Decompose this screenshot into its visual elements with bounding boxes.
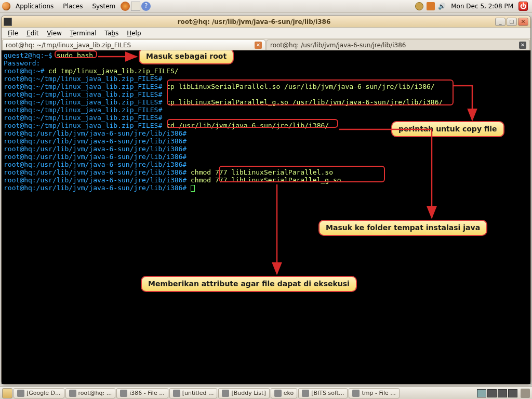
terminal-line: root@hq:/usr/lib/jvm/java-6-sun/jre/lib/… bbox=[4, 145, 528, 153]
app-icon bbox=[222, 390, 229, 397]
arrow-sudo bbox=[97, 54, 141, 62]
taskbar-label: [Google D... bbox=[26, 390, 61, 396]
taskbar-label: [BITS soft... bbox=[311, 390, 344, 396]
tab-close-icon[interactable]: ✕ bbox=[519, 42, 526, 49]
tab-active[interactable]: root@hq: ~/tmp/linux_java_lib.zip_FILES … bbox=[2, 39, 265, 50]
gnome-bottom-panel: [Google D...root@hq: ...i386 - File ...[… bbox=[0, 387, 532, 399]
evolution-launcher-icon[interactable] bbox=[131, 2, 140, 11]
menu-help[interactable]: Help bbox=[124, 29, 144, 38]
show-desktop-button[interactable] bbox=[2, 388, 12, 398]
workspace-3[interactable] bbox=[498, 389, 507, 397]
system-menu[interactable]: System bbox=[88, 2, 119, 11]
menu-view[interactable]: View bbox=[44, 29, 64, 38]
app-icon bbox=[69, 390, 76, 397]
terminal-window: root@hq: /usr/lib/jvm/java-6-sun/jre/lib… bbox=[1, 16, 531, 384]
taskbar-window-button[interactable]: tmp - File ... bbox=[349, 388, 399, 398]
taskbar-window-button[interactable]: [Google D... bbox=[14, 388, 64, 398]
terminal-line: Password: bbox=[4, 59, 528, 67]
firefox-launcher-icon[interactable] bbox=[121, 2, 130, 11]
menubar: File Edit View Terminal Tabs Help bbox=[2, 28, 530, 39]
clock[interactable]: Mon Dec 5, 2:08 PM bbox=[449, 3, 515, 10]
app-icon bbox=[17, 390, 24, 397]
ubuntu-logo-icon bbox=[2, 2, 10, 10]
callout-chmod: Memberikan attribute agar file dapat di … bbox=[141, 276, 357, 292]
tab-label: root@hq: ~/tmp/linux_java_lib.zip_FILES bbox=[6, 42, 131, 49]
callout-sudo: Masuk sebagai root bbox=[139, 50, 234, 64]
terminal-content[interactable]: guest2@hq:~$ sudo bashPassword:root@hq:~… bbox=[2, 50, 530, 384]
menu-tabs[interactable]: Tabs bbox=[102, 29, 122, 38]
workspace-switcher[interactable] bbox=[477, 389, 517, 397]
terminal-line: root@hq:/usr/lib/jvm/java-6-sun/jre/lib/… bbox=[4, 137, 528, 145]
arrow-chmod bbox=[272, 183, 287, 278]
tab-label: root@hq: /usr/lib/jvm/java-6-sun/jre/lib… bbox=[270, 42, 406, 49]
terminal-cursor bbox=[191, 185, 195, 192]
update-notifier-icon[interactable] bbox=[427, 2, 435, 10]
taskbar-label: i386 - File ... bbox=[129, 390, 164, 396]
menu-terminal[interactable]: Terminal bbox=[67, 29, 100, 38]
window-titlebar[interactable]: root@hq: /usr/lib/jvm/java-6-sun/jre/lib… bbox=[2, 16, 530, 28]
arrow-cd-java bbox=[338, 128, 442, 223]
taskbar-window-button[interactable]: eko bbox=[271, 388, 297, 398]
help-launcher-icon[interactable]: ? bbox=[141, 2, 151, 11]
workspace-2[interactable] bbox=[487, 389, 497, 397]
minimize-button[interactable]: _ bbox=[495, 18, 506, 26]
highlight-cp bbox=[167, 79, 454, 105]
taskbar-window-button[interactable]: i386 - File ... bbox=[116, 388, 168, 398]
taskbar-window-button[interactable]: [untitled ... bbox=[169, 388, 218, 398]
app-icon bbox=[352, 390, 360, 397]
terminal-line: root@hq:/usr/lib/jvm/java-6-sun/jre/lib/… bbox=[4, 184, 528, 192]
terminal-line: root@hq:~/tmp/linux_java_lib.zip_FILES# bbox=[4, 106, 528, 114]
volume-icon[interactable] bbox=[438, 3, 446, 10]
menu-edit[interactable]: Edit bbox=[23, 29, 42, 38]
user-switcher-icon[interactable] bbox=[415, 2, 423, 10]
highlight-sudo bbox=[55, 50, 97, 58]
terminal-icon bbox=[4, 18, 12, 26]
applications-menu[interactable]: Applications bbox=[11, 2, 58, 11]
trash-icon[interactable] bbox=[521, 389, 530, 398]
tab-close-icon[interactable]: ✕ bbox=[255, 42, 262, 49]
taskbar-window-button[interactable]: [Buddy List] bbox=[218, 388, 269, 398]
taskbar-window-button[interactable]: [BITS soft... bbox=[298, 388, 348, 398]
shutdown-button[interactable]: ⏻ bbox=[518, 2, 528, 11]
workspace-1[interactable] bbox=[477, 389, 486, 397]
app-icon bbox=[173, 390, 180, 397]
taskbar-label: [untitled ... bbox=[182, 390, 214, 396]
maximize-button[interactable]: ▢ bbox=[507, 18, 517, 26]
window-title: root@hq: /usr/lib/jvm/java-6-sun/jre/lib… bbox=[14, 18, 494, 25]
app-icon bbox=[302, 390, 309, 397]
tab-inactive[interactable]: root@hq: /usr/lib/jvm/java-6-sun/jre/lib… bbox=[267, 39, 530, 50]
menu-file[interactable]: File bbox=[5, 29, 21, 38]
taskbar-label: [Buddy List] bbox=[231, 390, 265, 396]
taskbar-label: eko bbox=[284, 390, 294, 396]
arrow-copy bbox=[453, 85, 484, 125]
gnome-top-panel: Applications Places System ? Mon Dec 5, … bbox=[0, 0, 532, 12]
terminal-line: root@hq:~# cd tmp/linux_java_lib.zip_FIL… bbox=[4, 67, 528, 75]
terminal-line: root@hq:/usr/lib/jvm/java-6-sun/jre/lib/… bbox=[4, 153, 528, 161]
close-button[interactable]: ✕ bbox=[518, 18, 528, 26]
places-menu[interactable]: Places bbox=[59, 2, 87, 11]
taskbar-label: root@hq: ... bbox=[78, 390, 112, 396]
highlight-cd bbox=[167, 119, 338, 128]
taskbar-label: tmp - File ... bbox=[362, 390, 395, 396]
terminal-tabs: root@hq: ~/tmp/linux_java_lib.zip_FILES … bbox=[2, 39, 530, 50]
taskbar-window-button[interactable]: root@hq: ... bbox=[65, 388, 116, 398]
app-icon bbox=[274, 390, 282, 397]
workspace-4[interactable] bbox=[508, 389, 517, 397]
app-icon bbox=[120, 390, 127, 397]
